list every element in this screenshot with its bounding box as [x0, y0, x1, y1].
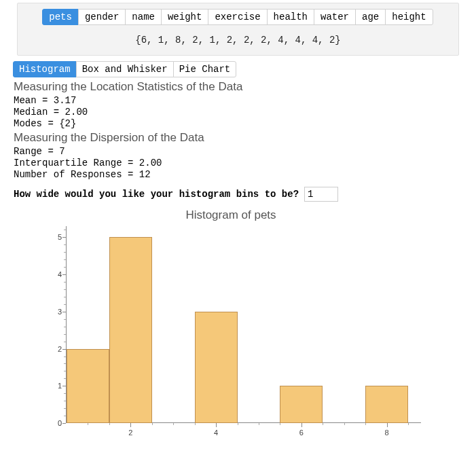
x-minor-tick	[408, 423, 409, 425]
x-tick-label: 8	[385, 429, 389, 437]
y-minor-tick	[64, 259, 66, 260]
x-tick-label: 4	[214, 429, 218, 437]
y-tick	[62, 349, 66, 350]
variable-tab-gender[interactable]: gender	[78, 9, 126, 25]
y-minor-tick	[64, 357, 66, 357]
y-tick	[62, 274, 66, 275]
x-minor-tick	[323, 423, 323, 425]
mean-stat: Mean = 3.17	[14, 95, 462, 106]
x-minor-tick	[238, 423, 238, 425]
location-stats-heading: Measuring the Location Statistics of the…	[14, 80, 462, 94]
chart-type-tab-bar: Histogram Box and Whisker Pie Chart	[14, 61, 462, 77]
y-minor-tick	[64, 244, 66, 245]
x-minor-tick	[280, 423, 280, 425]
x-tick	[301, 423, 302, 427]
histogram-chart: Histogram of pets 012345 2468	[14, 208, 448, 437]
x-minor-tick	[88, 423, 88, 425]
bin-width-input[interactable]	[304, 187, 338, 202]
x-minor-tick	[259, 423, 259, 425]
y-tick	[62, 386, 66, 386]
y-minor-tick	[64, 304, 66, 305]
x-tick-label: 6	[299, 429, 304, 437]
dispersion-stats-heading: Measuring the Dispersion of the Data	[14, 131, 462, 145]
iqr-stat: Interquartile Range = 2.00	[14, 158, 462, 168]
y-tick-label: 4	[58, 270, 62, 278]
x-tick	[130, 423, 131, 427]
y-tick-label: 3	[58, 308, 62, 316]
y-tick-label: 0	[58, 419, 62, 427]
y-tick-label: 2	[58, 345, 62, 353]
x-minor-tick	[365, 423, 366, 425]
tab-histogram[interactable]: Histogram	[13, 61, 77, 77]
y-minor-tick	[64, 282, 66, 282]
y-axis: 012345	[41, 226, 67, 423]
y-minor-tick	[64, 230, 66, 230]
data-panel: pets gender name weight exercise health …	[17, 3, 459, 56]
y-minor-tick	[64, 408, 66, 409]
histogram-bar	[365, 386, 408, 423]
plot-area: 012345 2468	[41, 226, 421, 437]
y-tick-label: 1	[58, 382, 62, 390]
x-tick	[216, 423, 217, 427]
x-minor-tick	[173, 423, 174, 425]
median-stat: Median = 2.00	[14, 107, 462, 117]
y-minor-tick	[64, 378, 66, 379]
variable-tab-height[interactable]: height	[385, 9, 433, 25]
x-tick-label: 2	[128, 429, 132, 437]
x-minor-tick	[109, 423, 110, 425]
responses-stat: Number of Responses = 12	[14, 169, 462, 180]
chart-title: Histogram of pets	[14, 208, 448, 222]
y-tick-label: 5	[58, 233, 62, 241]
bin-width-prompt: How wide would you like your histogram b…	[14, 189, 299, 200]
variable-tab-health[interactable]: health	[267, 9, 314, 25]
y-tick	[62, 423, 66, 424]
y-minor-tick	[64, 252, 66, 253]
histogram-bar	[195, 312, 238, 423]
bars-container	[67, 226, 421, 423]
histogram-bar	[109, 237, 152, 423]
x-tick	[387, 423, 388, 427]
range-stat: Range = 7	[14, 146, 462, 157]
y-tick	[62, 237, 66, 238]
variable-tab-age[interactable]: age	[355, 9, 386, 25]
y-minor-tick	[64, 416, 66, 416]
y-minor-tick	[64, 371, 66, 371]
y-minor-tick	[64, 319, 66, 320]
y-minor-tick	[64, 401, 66, 401]
modes-stat: Modes = {2}	[14, 118, 462, 129]
y-minor-tick	[64, 342, 66, 342]
variable-tab-name[interactable]: name	[125, 9, 162, 25]
x-minor-tick	[195, 423, 196, 425]
y-tick	[62, 312, 66, 312]
y-minor-tick	[64, 327, 66, 327]
raw-data: {6, 1, 8, 2, 1, 2, 2, 2, 4, 4, 4, 2}	[18, 35, 458, 45]
bin-width-row: How wide would you like your histogram b…	[14, 187, 462, 202]
variable-tab-exercise[interactable]: exercise	[208, 9, 267, 25]
histogram-bar	[280, 386, 323, 423]
tab-box-whisker[interactable]: Box and Whisker	[76, 61, 174, 77]
y-minor-tick	[64, 267, 66, 268]
y-minor-tick	[64, 289, 66, 290]
variable-tab-bar: pets gender name weight exercise health …	[18, 9, 458, 25]
x-minor-tick	[152, 423, 153, 425]
y-minor-tick	[64, 393, 66, 394]
variable-tab-weight[interactable]: weight	[161, 9, 208, 25]
main-content: Histogram Box and Whisker Pie Chart Meas…	[0, 61, 476, 437]
tab-pie-chart[interactable]: Pie Chart	[173, 61, 237, 77]
variable-tab-water[interactable]: water	[314, 9, 356, 25]
y-minor-tick	[64, 363, 66, 364]
y-minor-tick	[64, 297, 66, 297]
y-minor-tick	[64, 334, 66, 335]
app-frame: pets gender name weight exercise health …	[0, 0, 476, 474]
x-minor-tick	[344, 423, 345, 425]
variable-tab-pets[interactable]: pets	[42, 9, 79, 25]
histogram-bar	[67, 349, 109, 423]
